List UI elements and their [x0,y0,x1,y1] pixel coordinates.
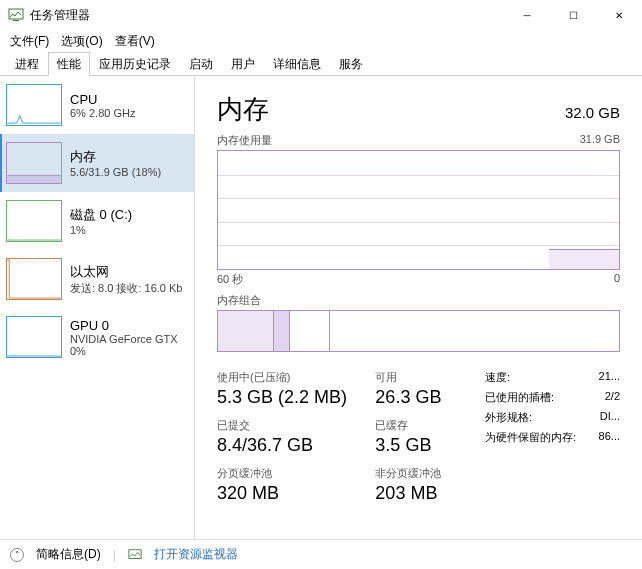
sidebar-item-ethernet[interactable]: 以太网 发送: 8.0 接收: 16.0 Kb [0,250,194,308]
sidebar-item-cpu[interactable]: CPU 6% 2.80 GHz [0,76,194,134]
cached-value: 3.5 GB [375,435,485,456]
total-memory: 32.0 GB [565,104,620,121]
gpu-thumb [6,316,62,358]
open-resource-monitor[interactable]: 打开资源监视器 [154,546,238,563]
ethernet-name: 以太网 [70,263,183,281]
in-use-value: 5.3 GB (2.2 MB) [217,387,375,408]
right-stats: 速度:21... 已使用的插槽:2/2 外形规格:DI... 为硬件保留的内存:… [485,370,620,514]
cpu-sub: 6% 2.80 GHz [70,107,135,119]
stats: 使用中(已压缩) 5.3 GB (2.2 MB) 已提交 8.4/36.7 GB… [217,370,620,514]
titlebar: 任务管理器 ─ ☐ ✕ [0,0,642,30]
memory-thumb [6,142,62,184]
collapse-icon[interactable]: ˄ [10,548,24,562]
close-button[interactable]: ✕ [596,0,642,30]
paged-label: 分页缓冲池 [217,466,375,481]
usage-label: 内存使用量 [217,133,272,148]
maximize-button[interactable]: ☐ [550,0,596,30]
menu-view[interactable]: 查看(V) [109,31,161,52]
avail-value: 26.3 GB [375,387,485,408]
cached-label: 已缓存 [375,418,485,433]
slots-label: 已使用的插槽: [485,390,554,405]
paged-value: 320 MB [217,483,375,504]
fewer-details[interactable]: 简略信息(D) [36,546,101,563]
statusbar: ˄ 简略信息(D) | 打开资源监视器 [0,539,642,569]
tab-app-history[interactable]: 应用历史记录 [90,52,180,76]
commit-label: 已提交 [217,418,375,433]
usage-max: 31.9 GB [580,133,620,148]
ethernet-thumb [6,258,62,300]
minimize-button[interactable]: ─ [504,0,550,30]
speed-value: 21... [599,370,620,385]
tab-processes[interactable]: 进程 [6,52,48,76]
disk-sub: 1% [70,224,132,236]
monitor-icon [128,548,142,562]
sidebar-item-memory[interactable]: 内存 5.6/31.9 GB (18%) [0,134,194,192]
speed-label: 速度: [485,370,510,385]
memory-name: 内存 [70,148,161,166]
nonpaged-value: 203 MB [375,483,485,504]
content: CPU 6% 2.80 GHz 内存 5.6/31.9 GB (18%) 磁盘 … [0,76,642,539]
tab-startup[interactable]: 启动 [180,52,222,76]
composition-graph [217,310,620,352]
tab-details[interactable]: 详细信息 [264,52,330,76]
menu-options[interactable]: 选项(O) [55,31,108,52]
tab-services[interactable]: 服务 [330,52,372,76]
tab-performance[interactable]: 性能 [48,52,90,76]
sidebar: CPU 6% 2.80 GHz 内存 5.6/31.9 GB (18%) 磁盘 … [0,76,195,539]
gpu-name: GPU 0 [70,318,178,333]
composition-label: 内存组合 [217,293,620,308]
disk-name: 磁盘 0 (C:) [70,206,132,224]
ethernet-sub: 发送: 8.0 接收: 16.0 Kb [70,281,183,296]
hw-label: 为硬件保留的内存: [485,430,576,445]
axis-right: 0 [614,272,620,287]
form-label: 外形规格: [485,410,532,425]
svg-rect-2 [7,175,60,183]
menubar: 文件(F) 选项(O) 查看(V) [0,30,642,52]
slots-value: 2/2 [605,390,620,405]
gpu-sub1: NVIDIA GeForce GTX [70,333,178,345]
memory-sub: 5.6/31.9 GB (18%) [70,166,161,178]
in-use-label: 使用中(已压缩) [217,370,375,385]
disk-thumb [6,200,62,242]
axis-left: 60 秒 [217,272,243,287]
sidebar-item-disk[interactable]: 磁盘 0 (C:) 1% [0,192,194,250]
tab-bar: 进程 性能 应用历史记录 启动 用户 详细信息 服务 [0,52,642,76]
sidebar-item-gpu[interactable]: GPU 0 NVIDIA GeForce GTX 0% [0,308,194,366]
usage-graph [217,150,620,270]
hw-value: 86... [599,430,620,445]
menu-file[interactable]: 文件(F) [4,31,55,52]
app-icon [8,7,24,23]
cpu-thumb [6,84,62,126]
cpu-name: CPU [70,92,135,107]
svg-rect-1 [13,20,19,21]
main-panel: 内存 32.0 GB 内存使用量 31.9 GB 60 秒 0 内存组合 使用中… [195,76,642,539]
gpu-sub2: 0% [70,345,178,357]
avail-label: 可用 [375,370,485,385]
window-title: 任务管理器 [30,7,504,24]
page-title: 内存 [217,92,269,127]
commit-value: 8.4/36.7 GB [217,435,375,456]
form-value: DI... [600,410,620,425]
nonpaged-label: 非分页缓冲池 [375,466,485,481]
tab-users[interactable]: 用户 [222,52,264,76]
